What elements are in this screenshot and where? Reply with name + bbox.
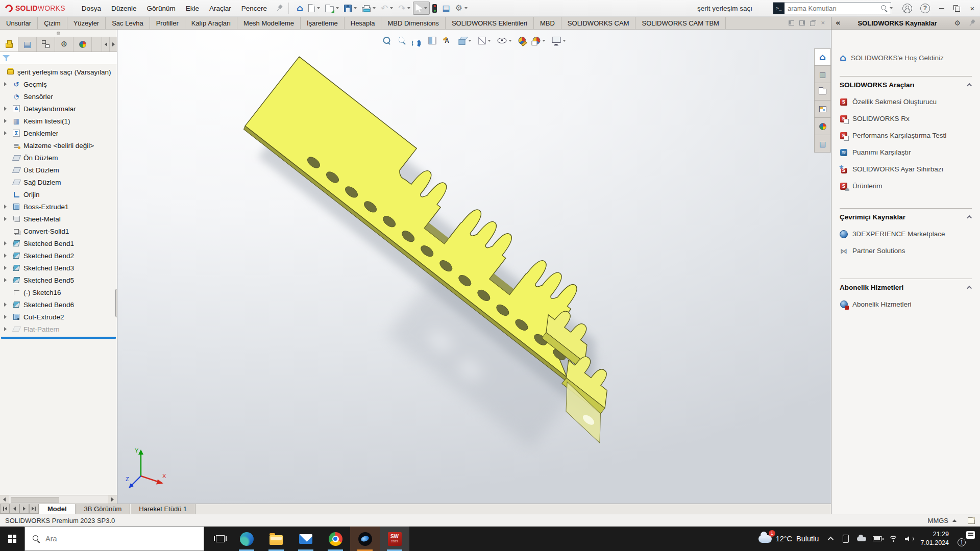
chevron-down-icon[interactable] — [563, 40, 566, 42]
ribbon-tab[interactable]: Profiller — [150, 17, 185, 29]
ribbon-tab[interactable]: MBD — [534, 17, 561, 29]
tab-configuration-manager[interactable] — [37, 37, 55, 52]
undo-button[interactable]: ↶ — [378, 2, 396, 15]
tree-filter-bar[interactable] — [0, 52, 117, 64]
ribbon-tab[interactable]: Çizim — [38, 17, 67, 29]
panel-splitter-grip[interactable] — [115, 289, 117, 317]
hide-show-items-button[interactable] — [496, 36, 513, 45]
menu-item[interactable]: Araçlar — [204, 2, 236, 15]
feature-tree-item[interactable]: şerit yerleşim saçı (Varsayılan) — [0, 66, 117, 78]
panel-grip-handle[interactable] — [0, 30, 117, 37]
expand-arrow-icon[interactable] — [4, 254, 7, 258]
feature-tree-item[interactable]: Boss-Extrude1 — [0, 201, 117, 213]
tab-prev-button[interactable] — [10, 504, 19, 514]
scrollbar-thumb[interactable] — [11, 497, 59, 503]
gear-icon[interactable]: ⚙ — [954, 19, 961, 27]
chevron-down-icon[interactable] — [390, 7, 393, 9]
chevron-down-icon[interactable] — [543, 40, 546, 42]
expand-arrow-icon[interactable] — [4, 107, 7, 111]
ribbon-tab[interactable]: Hesapla — [345, 17, 382, 29]
restore-button[interactable] — [949, 2, 965, 15]
task-pane-item[interactable]: Abonelik Hizmetleri — [840, 296, 972, 313]
task-pane-item[interactable]: Özellik Sekmesi Oluşturucu — [840, 93, 972, 110]
feature-tree-item[interactable]: Sketched Bend1 — [0, 237, 117, 249]
ribbon-tab[interactable]: SOLIDWORKS CAM TBM — [635, 17, 725, 29]
chevron-down-icon[interactable] — [424, 7, 427, 9]
zoom-area-button[interactable] — [397, 35, 408, 46]
chevron-down-icon[interactable] — [464, 7, 468, 9]
new-document-button[interactable] — [306, 2, 323, 15]
tab-design-library[interactable]: ▥ — [814, 66, 831, 83]
feature-tree-item[interactable]: Sheet-Metal — [0, 213, 117, 225]
menu-item[interactable]: Dosya — [77, 2, 106, 15]
tray-wifi-icon[interactable] — [889, 534, 898, 543]
feature-tree-item[interactable]: Sensörler — [0, 90, 117, 103]
tab-scroll-left[interactable] — [102, 37, 109, 52]
menu-item[interactable]: Görünüm — [141, 2, 180, 15]
tag-note-icon[interactable] — [968, 517, 975, 524]
home-button[interactable]: ⌂ — [294, 2, 306, 15]
expand-arrow-icon[interactable] — [4, 82, 7, 86]
chevron-up-icon[interactable] — [952, 519, 957, 522]
menu-item[interactable]: Pencere — [236, 2, 272, 15]
feature-tree-item[interactable]: Denklemler — [0, 127, 117, 139]
chevron-down-icon[interactable] — [469, 40, 472, 42]
document-tab[interactable]: 3B Görünüm — [76, 504, 131, 514]
file-properties-button[interactable]: ▤ — [439, 2, 452, 15]
expand-arrow-icon[interactable] — [4, 303, 7, 307]
tab-appearances[interactable] — [814, 118, 831, 135]
dock-right-icon[interactable] — [799, 20, 805, 26]
section-title-tools[interactable]: SOLIDWORKS Araçları — [840, 81, 972, 89]
scroll-left-button[interactable] — [0, 495, 9, 504]
tab-property-manager[interactable]: ▤ — [18, 37, 37, 52]
document-tab[interactable]: Model — [39, 504, 76, 514]
tab-custom-properties[interactable]: ▤ — [814, 135, 831, 153]
tab-solidworks-resources[interactable]: ⌂ — [814, 48, 831, 66]
document-tab[interactable]: Hareket Etüdü 1 — [130, 504, 195, 514]
feature-tree-item[interactable]: Sketched Bend3 — [0, 262, 117, 274]
chevron-down-icon[interactable] — [890, 7, 893, 9]
chevron-up-icon[interactable] — [967, 215, 972, 220]
save-button[interactable] — [341, 2, 359, 15]
taskbar-app-explorer[interactable] — [261, 527, 291, 551]
feature-tree-item[interactable]: Üst Düzlem — [0, 164, 117, 176]
command-search-box[interactable]: >_ — [773, 2, 891, 14]
chevron-up-icon[interactable] — [967, 83, 972, 88]
taskbar-search-input[interactable] — [45, 535, 122, 543]
task-pane-item[interactable]: SOLIDWORKS Ayar Sihirbazı — [840, 161, 972, 178]
section-title-subscription[interactable]: Abonelik Hizmetleri — [840, 284, 972, 291]
tree-horizontal-scrollbar[interactable] — [0, 495, 117, 504]
chevron-down-icon[interactable] — [373, 7, 376, 9]
taskbar-app-edge[interactable] — [232, 527, 261, 551]
feature-tree-item[interactable]: Detaylandırmalar — [0, 103, 117, 115]
chevron-down-icon[interactable] — [488, 40, 491, 42]
notification-center-button[interactable]: 1 — [958, 531, 975, 546]
chevron-down-icon[interactable] — [407, 7, 410, 9]
ribbon-tab[interactable]: Mesh Modelleme — [237, 17, 301, 29]
start-button[interactable] — [0, 527, 24, 551]
ribbon-tab[interactable]: SOLIDWORKS CAM — [561, 17, 636, 29]
orientation-triad[interactable]: Y X Z — [126, 446, 168, 492]
dock-left-icon[interactable] — [789, 20, 794, 26]
feature-tree-item[interactable]: Sketched Bend5 — [0, 274, 117, 286]
view-settings-button[interactable] — [551, 35, 568, 46]
tab-scroll-right[interactable] — [109, 37, 117, 52]
section-view-button[interactable] — [427, 35, 438, 46]
help-icon[interactable]: ? — [920, 4, 930, 13]
rollback-bar[interactable] — [1, 337, 116, 339]
select-tool-button[interactable] — [413, 2, 430, 15]
task-pane-item[interactable]: Ürünlerim — [840, 178, 972, 194]
feature-tree-item[interactable]: Ön Düzlem — [0, 152, 117, 164]
ribbon-tab[interactable]: SOLIDWORKS Eklentileri — [446, 17, 534, 29]
filter-funnel-icon[interactable] — [3, 55, 10, 62]
display-style-button[interactable] — [477, 35, 493, 46]
feature-tree-item[interactable]: Kesim listesi(1) — [0, 115, 117, 127]
weather-widget[interactable]: 1 12°C Bulutlu — [758, 535, 819, 543]
feature-tree-item[interactable]: Malzeme <belirli değil> — [0, 139, 117, 152]
zoom-fit-button[interactable] — [381, 35, 393, 46]
task-pane-item[interactable]: 3DEXPERIENCE Marketplace — [840, 226, 972, 242]
taskbar-app-chrome[interactable] — [321, 527, 350, 551]
task-pane-item[interactable]: Partner Solutions — [840, 242, 972, 259]
expand-arrow-icon[interactable] — [4, 327, 7, 331]
taskbar-app-solidworks[interactable]: SW 2023 — [380, 527, 409, 551]
